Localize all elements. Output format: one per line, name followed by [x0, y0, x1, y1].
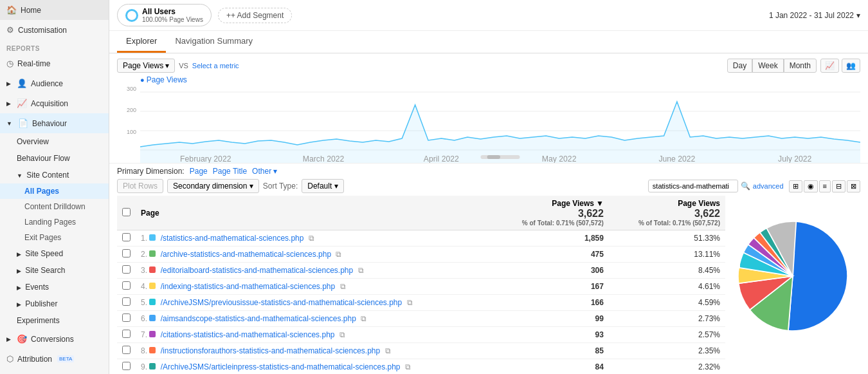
bar-chart-button[interactable]: 👥: [842, 59, 860, 73]
row-select-checkbox[interactable]: [122, 265, 131, 274]
chart-wrapper: 300 200 100 February 2022 March 2022 Apr…: [117, 86, 860, 163]
row-pct: 13.11%: [609, 247, 725, 263]
grid-view-button[interactable]: ⊞: [789, 180, 802, 192]
sidebar-item-audience[interactable]: ▶ 👤 Audience: [0, 73, 109, 93]
row-select-checkbox[interactable]: [122, 233, 131, 241]
table-body: 1. /statistics-and-mathematical-sciences…: [117, 230, 725, 375]
page-link[interactable]: /instructionsforauthors-statistics-and-m…: [161, 346, 380, 355]
sidebar-item-behaviour[interactable]: ▼ 📄 Behaviour: [0, 113, 109, 133]
time-buttons: Day Week Month: [727, 59, 817, 73]
sidebar-item-events[interactable]: ▶ Events: [0, 279, 109, 295]
sidebar-item-attribution[interactable]: ⬡ Attribution BETA: [0, 349, 109, 369]
chart-type-buttons: 📈 👥: [820, 59, 860, 73]
external-link-icon[interactable]: ⧉: [407, 298, 413, 307]
sort-type-button[interactable]: Default ▾: [302, 179, 343, 193]
search-input[interactable]: [648, 180, 738, 192]
all-users-segment[interactable]: All Users 100.00% Page Views: [117, 4, 212, 26]
sidebar-item-site-content[interactable]: ▼ Site Content: [0, 167, 109, 183]
vs-label: VS: [179, 62, 188, 70]
month-button[interactable]: Month: [784, 59, 817, 73]
external-link-icon[interactable]: ⧉: [361, 314, 366, 323]
date-range[interactable]: 1 Jan 2022 - 31 Jul 2022 ▾: [769, 11, 860, 20]
sidebar-item-acquisition[interactable]: ▶ 📈 Acquisition: [0, 93, 109, 113]
external-link-icon[interactable]: ⧉: [358, 266, 364, 275]
page-link[interactable]: /editorialboard-statistics-and-mathemati…: [161, 266, 353, 275]
day-button[interactable]: Day: [727, 59, 752, 73]
search-icon[interactable]: 🔍: [741, 182, 750, 191]
metric-button[interactable]: Page Views ▾: [117, 59, 175, 73]
page-link[interactable]: /archive-statistics-and-mathematical-sci…: [161, 250, 331, 259]
sidebar-item-realtime[interactable]: ◷ Real-time: [0, 53, 109, 73]
sidebar-item-experiments[interactable]: Experiments: [0, 312, 109, 329]
row-page: 4. /indexing-statistics-and-mathematical…: [136, 279, 493, 295]
page-link[interactable]: /ArchiveJSMS/previousissue-statistics-an…: [161, 298, 402, 307]
row-pct: 51.33%: [609, 230, 725, 247]
row-number: 9.: [141, 362, 147, 371]
page-link[interactable]: /statistics-and-mathematical-sciences.ph…: [161, 234, 304, 243]
select-metric-link[interactable]: Select a metric: [192, 62, 239, 70]
sidebar-item-landing-pages[interactable]: Landing Pages: [0, 214, 109, 230]
external-link-icon[interactable]: ⧉: [309, 234, 314, 243]
tab-navigation-summary[interactable]: Navigation Summary: [166, 31, 262, 53]
other-dim-link[interactable]: Other ▾: [252, 167, 277, 176]
pie-view-button[interactable]: ◉: [804, 180, 818, 192]
sidebar-item-conversions[interactable]: ▶ 🎯 Conversions: [0, 329, 109, 349]
external-link-icon[interactable]: ⧉: [336, 250, 341, 259]
page-dim-link[interactable]: Page: [190, 167, 208, 176]
page-link[interactable]: /ArchiveJSMS/articleinpress-statistics-a…: [161, 362, 401, 371]
page-link[interactable]: /indexing-statistics-and-mathematical-sc…: [161, 282, 335, 291]
segment-circle: [125, 9, 138, 22]
sidebar-item-behaviour-flow[interactable]: Behaviour Flow: [0, 150, 109, 167]
bar-view-button[interactable]: ≡: [819, 180, 831, 192]
advanced-link[interactable]: advanced: [753, 182, 784, 190]
week-button[interactable]: Week: [752, 59, 783, 73]
page-link[interactable]: /aimsandscope-statistics-and-mathematica…: [161, 314, 356, 323]
plot-rows-button[interactable]: Plot Rows: [117, 179, 163, 193]
row-page: 1. /statistics-and-mathematical-sciences…: [136, 230, 493, 247]
main-content: All Users 100.00% Page Views + + Add Seg…: [109, 0, 868, 374]
row-select-checkbox[interactable]: [122, 249, 131, 257]
sidebar-item-customisation[interactable]: ⚙ Customisation: [0, 20, 109, 40]
external-link-icon[interactable]: ⧉: [339, 330, 345, 339]
sidebar-item-content-drilldown[interactable]: Content Drilldown: [0, 199, 109, 214]
external-link-icon[interactable]: ⧉: [385, 346, 391, 355]
sidebar-item-publisher[interactable]: ▶ Publisher: [0, 295, 109, 312]
row-select-checkbox[interactable]: [122, 313, 131, 322]
select-all-checkbox[interactable]: [122, 208, 131, 216]
sidebar-item-site-speed[interactable]: ▶ Site Speed: [0, 245, 109, 262]
row-checkbox: [117, 230, 136, 247]
expand-icon: ▶: [6, 100, 11, 107]
table-row: 9. /ArchiveJSMS/articleinpress-statistic…: [117, 359, 725, 375]
expand-icon: ▶: [17, 251, 21, 257]
expand-icon: ▶: [17, 268, 21, 274]
page-title-dim-link[interactable]: Page Title: [213, 167, 247, 176]
row-select-checkbox[interactable]: [122, 362, 131, 370]
add-segment-button[interactable]: + + Add Segment: [218, 8, 292, 23]
page-link[interactable]: /citations-statistics-and-mathematical-s…: [161, 330, 335, 339]
external-link-icon[interactable]: ⧉: [340, 282, 346, 291]
row-page: 6. /aimsandscope-statistics-and-mathemat…: [136, 311, 493, 327]
sidebar-item-overview[interactable]: Overview: [0, 133, 109, 150]
sidebar-item-discover[interactable]: 💡 Discover: [0, 369, 109, 374]
page-views-title: ● Page Views: [117, 75, 860, 84]
sidebar-item-site-search[interactable]: ▶ Site Search: [0, 262, 109, 279]
row-select-checkbox[interactable]: [122, 297, 131, 306]
topbar: All Users 100.00% Page Views + + Add Seg…: [109, 0, 868, 31]
pivot-view-button[interactable]: ⊟: [832, 180, 845, 192]
expand-icon: ▶: [17, 301, 21, 308]
tab-explorer[interactable]: Explorer: [117, 31, 166, 53]
page-views-column-header[interactable]: Page Views ▼ 3,622 % of Total: 0.71% (50…: [493, 196, 609, 230]
line-chart-button[interactable]: 📈: [820, 59, 839, 73]
sidebar-item-home[interactable]: 🏠 Home: [0, 0, 109, 20]
sidebar-item-all-pages[interactable]: All Pages: [0, 183, 109, 199]
row-select-checkbox[interactable]: [122, 281, 131, 290]
svg-text:May 2022: May 2022: [542, 154, 577, 163]
table-view-button[interactable]: ⊠: [847, 180, 860, 192]
clock-icon: ◷: [6, 59, 14, 68]
external-link-icon[interactable]: ⧉: [405, 362, 411, 371]
secondary-dimension-button[interactable]: Secondary dimension ▾: [167, 179, 259, 193]
row-select-checkbox[interactable]: [122, 330, 131, 338]
row-select-checkbox[interactable]: [122, 346, 131, 354]
sidebar-item-exit-pages[interactable]: Exit Pages: [0, 230, 109, 245]
sort-button[interactable]: Page Views ▼: [552, 199, 604, 208]
